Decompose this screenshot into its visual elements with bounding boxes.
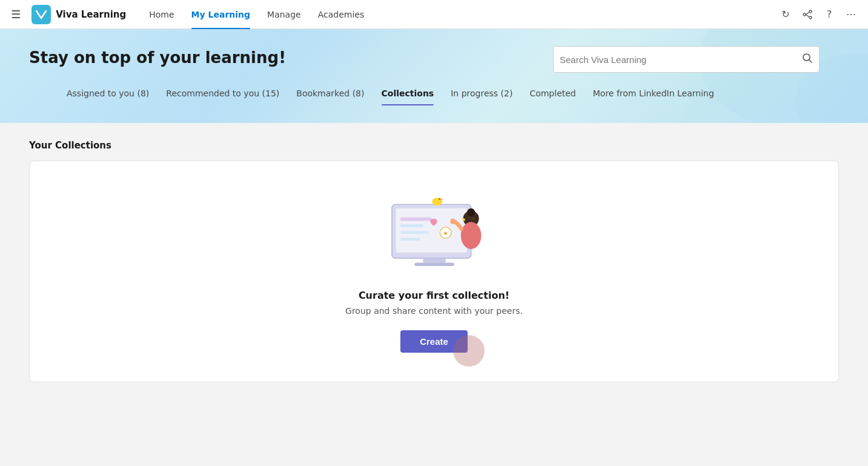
cta-title: Curate your first collection! (359, 290, 509, 301)
create-button[interactable]: Create (400, 330, 468, 353)
svg-line-4 (806, 12, 809, 15)
app-name: Viva Learning (56, 9, 126, 20)
svg-rect-18 (400, 238, 420, 241)
tab-bookmarked[interactable]: Bookmarked (8) (288, 84, 373, 105)
svg-rect-0 (31, 5, 51, 24)
topbar-actions: ↻ ? ⋯ (776, 5, 861, 24)
svg-point-2 (809, 16, 812, 19)
search-box[interactable] (553, 46, 820, 73)
collections-illustration: ★ (368, 190, 501, 275)
tab-linkedin[interactable]: More from LinkedIn Learning (585, 84, 723, 105)
nav-my-learning[interactable]: My Learning (183, 0, 259, 29)
topbar: ☰ Viva Learning Home My Learning Manage … (0, 0, 868, 29)
nav-manage[interactable]: Manage (259, 0, 310, 29)
more-icon[interactable]: ⋯ (841, 5, 861, 24)
nav-academies[interactable]: Academies (310, 0, 373, 29)
collections-empty-state: ★ Curate your first collection! Group a (29, 161, 839, 382)
search-container (553, 46, 820, 73)
viva-learning-logo (31, 5, 51, 24)
svg-point-30 (472, 217, 474, 220)
tab-in-progress[interactable]: In progress (2) (442, 84, 521, 105)
svg-point-25 (467, 208, 475, 216)
svg-point-27 (450, 219, 456, 224)
tab-recommended[interactable]: Recommended to you (15) (157, 84, 288, 105)
tab-assigned[interactable]: Assigned to you (8) (58, 84, 157, 105)
refresh-icon[interactable]: ↻ (776, 5, 795, 24)
nav-home[interactable]: Home (141, 0, 182, 29)
top-nav: Home My Learning Manage Academies (141, 0, 771, 29)
svg-point-3 (803, 13, 806, 16)
svg-line-10 (809, 60, 812, 62)
svg-point-23 (439, 199, 440, 200)
svg-rect-12 (396, 208, 467, 253)
svg-rect-14 (414, 262, 454, 266)
help-icon[interactable]: ? (820, 5, 839, 24)
main-content: Your Collections ★ (0, 123, 868, 426)
svg-rect-15 (400, 218, 431, 221)
hero-decoration (686, 29, 868, 123)
tab-collections[interactable]: Collections (373, 84, 443, 105)
svg-line-5 (806, 15, 809, 17)
svg-point-29 (468, 217, 470, 220)
hero-banner: Stay on top of your learning! Assigned t… (0, 29, 868, 123)
svg-point-1 (809, 10, 812, 13)
cta-subtitle: Group and share content with your peers. (345, 306, 523, 316)
svg-point-28 (462, 218, 465, 221)
svg-text:★: ★ (443, 230, 448, 236)
tab-completed[interactable]: Completed (521, 84, 584, 105)
tabs-bar: Assigned to you (8) Recommended to you (… (29, 84, 839, 105)
svg-rect-16 (400, 224, 423, 227)
svg-point-6 (698, 29, 868, 123)
svg-rect-17 (400, 231, 429, 234)
create-button-wrapper: Create (400, 330, 468, 353)
svg-rect-13 (423, 258, 445, 262)
search-input[interactable] (560, 55, 797, 65)
section-title: Your Collections (29, 140, 839, 151)
hamburger-icon[interactable]: ☰ (7, 5, 24, 23)
search-icon (802, 53, 813, 66)
share-icon[interactable] (798, 5, 817, 24)
